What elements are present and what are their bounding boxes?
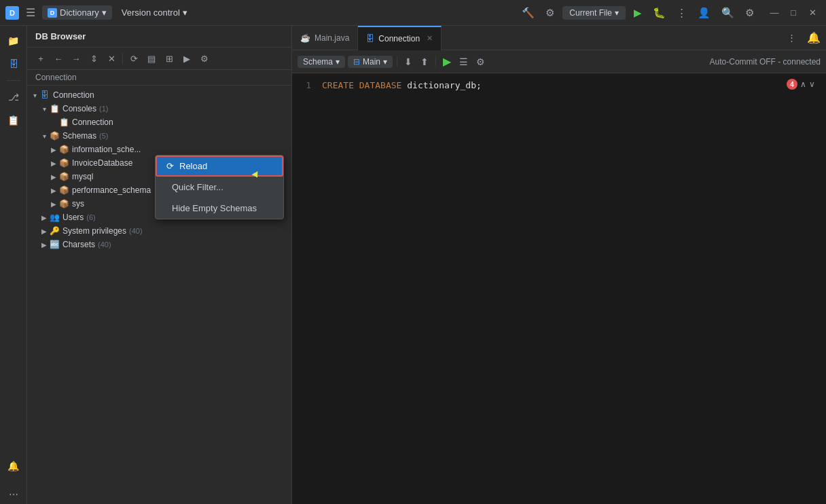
tree-arrow: ▾ [30,92,39,99]
run-query-button[interactable]: ▶ [179,50,195,67]
tab-connection-sql[interactable]: 🗄 Connection ✕ [358,26,442,50]
build-icon[interactable]: 🔨 [519,5,537,20]
line-numbers: 1 [292,73,317,504]
db-settings-button[interactable]: ⚙ [196,50,213,67]
tree-node-label: Connection [72,118,113,127]
tab-main-java[interactable]: ☕ Main.java [292,26,358,50]
tab-close-button[interactable]: ✕ [427,34,433,43]
tab-label-connection: Connection [378,34,420,43]
profile-icon[interactable]: 👤 [695,5,713,20]
sidebar-item-db-browser[interactable]: 🗄 [4,54,23,73]
java-file-icon: ☕ [300,33,310,43]
collapse-button[interactable]: ⇕ [86,50,102,67]
tree-arrow: ▶ [49,187,58,194]
tab-notification-icon[interactable]: 🔔 [802,31,826,44]
schemas-icon: 📦 [49,130,60,141]
schema-label: Schema [303,57,333,67]
tree-node-count: (40) [129,227,143,235]
run-sql-icon[interactable]: ▶ [440,54,454,69]
search-icon[interactable]: 🔍 [719,5,737,20]
run-file-label: Current File [569,8,612,18]
run-configurations-icon[interactable]: ⚙ [543,5,557,20]
context-menu-label-reload: Reload [179,161,207,171]
output-icon[interactable]: ☰ [456,55,471,69]
code-editor[interactable]: 1 CREATE DATABASE dictionary_db; 4 ∧ ∨ [292,73,826,504]
sidebar-item-tasks[interactable]: 📋 [4,111,23,130]
run-icon[interactable]: ▶ [631,5,645,20]
session-chevron: ▾ [383,57,387,67]
session-selector[interactable]: ⊟ Main ▾ [348,56,393,68]
context-menu: ⟳ Reload Quick Filter... Hide Empty Sche… [155,155,284,219]
settings-icon[interactable]: ⚙ [742,5,757,20]
hamburger-menu[interactable]: ☰ [23,3,38,22]
tree-arrow: ▶ [39,214,49,221]
tree-arrow: ▶ [49,173,58,181]
activity-bar: 📁 🗄 ⎇ 📋 🔔 ⋯ [0,26,27,504]
tree-node-count: (1) [99,105,108,113]
editor-area: ☕ Main.java 🗄 Connection ✕ ⋮ 🔔 Schema ▾ … [292,26,826,504]
tree-node-label: Connection [53,90,94,100]
code-content[interactable]: CREATE DATABASE dictionary_db; [317,73,826,504]
tree-arrow: ▶ [49,160,58,167]
forward-button[interactable]: → [68,50,84,67]
project-chevron: ▾ [102,7,107,18]
db-name: dictionary_db; [407,80,482,90]
add-connection-button[interactable]: + [33,50,49,67]
schema-button[interactable]: ⊞ [161,50,177,67]
close-panel-button[interactable]: ✕ [103,50,120,67]
tree-node-label: performance_schema [72,185,151,195]
close-button[interactable]: ✕ [804,5,821,21]
tree-item-charsets[interactable]: ▶ 🔤 Charsets (40) [27,238,291,251]
main-layout: 📁 🗄 ⎇ 📋 🔔 ⋯ DB Browser + ← → ⇕ ✕ ⟳ ▤ ⊞ ▶… [0,26,826,504]
tree-item-connection-console[interactable]: 📋 Connection [27,115,291,129]
users-icon: 👥 [49,212,60,223]
tree-item-consoles[interactable]: ▾ 📋 Consoles (1) [27,102,291,115]
console-button[interactable]: ▤ [143,50,160,67]
context-menu-label-hide-empty: Hide Empty Schemas [172,203,257,213]
context-menu-item-hide-empty[interactable]: Hide Empty Schemas [156,198,283,219]
sidebar-item-notifications[interactable]: 🔔 [4,456,23,475]
sync-button[interactable]: ⟳ [126,50,142,67]
tree-item-connection-root[interactable]: ▾ 🗄 Connection [27,88,291,102]
consoles-icon: 📋 [49,103,60,114]
session-icon: ⊟ [353,57,360,67]
run-file-button[interactable]: Current File ▾ [562,6,626,20]
error-nav-down[interactable]: ∨ [809,79,815,89]
back-button[interactable]: ← [50,50,67,67]
connection-status: - connected [778,57,821,67]
project-selector[interactable]: D Dictionary ▾ [42,5,112,20]
context-menu-item-reload[interactable]: ⟳ Reload [156,156,283,177]
tree-item-system-privileges[interactable]: ▶ 🔑 System privileges (40) [27,224,291,238]
db-browser-title: DB Browser [27,26,291,48]
tree-item-information-schema[interactable]: ▶ 📦 information_sche... [27,143,291,156]
tree-item-schemas[interactable]: ▾ 📦 Schemas (5) [27,129,291,143]
upload-icon[interactable]: ⬆ [418,55,431,69]
sidebar-item-project[interactable]: 📁 [4,31,23,50]
schema-icon: 📦 [58,198,69,209]
error-nav-up[interactable]: ∧ [800,79,806,89]
minimize-button[interactable]: — [766,5,783,21]
tree-arrow: ▶ [39,228,49,235]
tree-node-label: information_sche... [72,145,141,154]
tree-node-label: InvoiceDatabase [72,158,132,168]
keyword-create: CREATE DATABASE [322,80,407,90]
error-icon: 4 [787,79,797,90]
sidebar-item-vcs[interactable]: ⎇ [4,88,23,107]
app-logo: D [5,6,19,20]
editor-settings-icon[interactable]: ⚙ [473,55,488,69]
context-menu-label-quick-filter: Quick Filter... [172,182,223,192]
version-control-button[interactable]: Version control ▾ [116,5,193,20]
more-menu-icon[interactable]: ⋮ [674,5,689,20]
download-icon[interactable]: ⬇ [401,55,415,69]
schema-icon: 📦 [58,185,69,196]
context-menu-item-quick-filter[interactable]: Quick Filter... [156,177,283,198]
schema-icon: 📦 [58,171,69,182]
vc-chevron: ▾ [183,7,187,18]
session-label: Main [363,57,380,67]
debug-icon[interactable]: 🐛 [650,5,668,20]
tabs-more-button[interactable]: ⋮ [782,33,802,43]
maximize-button[interactable]: □ [785,5,802,21]
sidebar-item-more[interactable]: ⋯ [4,485,23,504]
schema-selector[interactable]: Schema ▾ [298,56,345,68]
schema-icon: 📦 [58,144,69,155]
